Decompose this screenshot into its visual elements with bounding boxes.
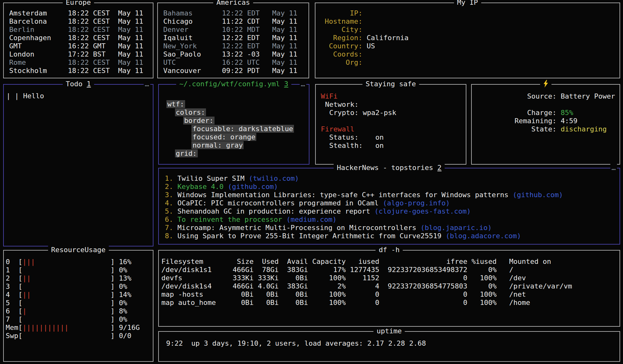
- ip-value: US: [367, 42, 375, 50]
- df-table: Filesystem Size Used Avail Capacity iuse…: [159, 251, 620, 307]
- clock-row: Chicago 11:22 CDT May 11: [163, 17, 308, 26]
- cpu-gauge-row: 5 []0%: [6, 299, 153, 307]
- clock-row: Vancouver 09:22 PDT May 11: [163, 67, 308, 75]
- panel-battery: Source:Battery Power Charge:85% Remainin…: [471, 84, 620, 165]
- config-code: focusable: darkslateblue: [191, 125, 294, 133]
- ip-info-row: City:: [321, 26, 620, 34]
- gauge-label: Swp: [6, 332, 18, 340]
- battery-source-label: Source:: [477, 92, 557, 100]
- hn-story[interactable]: 8.Using Spark to Prove 255-Bit Integer A…: [165, 232, 620, 240]
- config-line: wtf:: [166, 100, 309, 108]
- battery-charge-value: 85%: [561, 109, 573, 117]
- gauge-label: 5: [6, 299, 18, 307]
- ip-label: Country:: [321, 42, 362, 50]
- cpu-gauge-row: 3 []0%: [6, 282, 153, 291]
- battery-charge-row: Charge:85%: [477, 109, 620, 117]
- gauge-bracket: [: [18, 291, 22, 299]
- ip-info-row: Country:US: [321, 42, 620, 50]
- ip-label: Coords:: [321, 50, 362, 58]
- gauge-bars: ||: [22, 274, 110, 282]
- battery-state-label: State:: [477, 125, 557, 133]
- clock-row: London 17:22 BST May 11: [9, 50, 153, 58]
- gauge-bracket: ]: [110, 274, 115, 282]
- config-file-view: wtf: colors: border: focusable: darkslat…: [159, 85, 309, 158]
- todo-list: | | Hello: [4, 85, 153, 100]
- hn-story[interactable]: 6.To reinvent the processor(medium.com): [165, 215, 620, 224]
- gauge-bracket: [: [18, 299, 22, 307]
- hn-story[interactable]: 4.OCaPIC: PIC microcontrollers programme…: [165, 199, 620, 207]
- config-indent: [166, 133, 191, 141]
- config-code: wtf:: [166, 100, 185, 108]
- cpu-gauge-row: 0 [|||]16%: [6, 258, 153, 266]
- gauge-label: 1: [6, 266, 18, 274]
- df-row: /dev/disk1s4 466Gi 4.0Gi 383Gi 2% 4 9223…: [161, 282, 620, 290]
- ip-label: Hostname:: [321, 17, 362, 26]
- ip-info-list: IP: Hostname: City: Region:California Co…: [315, 3, 620, 67]
- gauge-value: 8%: [119, 307, 128, 315]
- panel-my-ip: My IP IP: Hostname: City: Region:Califor…: [315, 3, 620, 78]
- hn-story-title: OCaPIC: PIC microcontrollers programmed …: [178, 199, 379, 207]
- hn-story-domain: (github.com): [228, 183, 278, 191]
- hn-story-number: 8.: [165, 232, 173, 240]
- config-indent: [166, 149, 175, 157]
- gauge-bracket: ]: [110, 282, 115, 290]
- gauge-value: 0%: [119, 282, 128, 290]
- battery-remaining-label: Remaining:: [477, 117, 557, 125]
- gauge-bracket: [: [18, 315, 22, 323]
- panel-todo[interactable]: Todo1 … | | Hello: [3, 84, 153, 246]
- hn-story-title: Keybase 4.0: [178, 183, 224, 191]
- todo-item[interactable]: | | Hello: [6, 92, 153, 100]
- gauge-bracket: [: [18, 282, 22, 290]
- gauge-label: 7: [6, 315, 18, 324]
- memory-gauge-row: Mem[|||||||||||]9/16G: [6, 324, 153, 332]
- hn-story-number: 5.: [165, 207, 173, 215]
- battery-remaining-row: Remaining:4:59: [477, 117, 620, 125]
- ip-label: IP:: [321, 9, 362, 17]
- security-status: WiFi Network: Crypto: wpa2-psk Firewall …: [316, 85, 466, 150]
- hn-story[interactable]: 2.Keybase 4.0(github.com): [165, 183, 620, 191]
- panel-staying-safe: Staying safe WiFi Network: Crypto: wpa2-…: [315, 84, 466, 165]
- config-code: normal: gray: [191, 141, 244, 149]
- gauge-bars: |||: [22, 258, 110, 266]
- hn-story[interactable]: 5.Shenandoah GC in production: experienc…: [165, 207, 620, 215]
- ip-value: California: [367, 34, 408, 42]
- gauge-bracket: ]: [110, 324, 115, 331]
- firewall-header: Firewall: [321, 125, 466, 133]
- hn-story[interactable]: 3.Windows Implementation Libraries: type…: [165, 191, 620, 199]
- config-indent: [166, 108, 175, 116]
- gauge-bracket: ]: [110, 299, 115, 307]
- battery-source-value: Battery Power: [561, 92, 615, 100]
- wifi-header: WiFi: [321, 92, 466, 100]
- gauge-value: 0%: [119, 299, 128, 307]
- gauge-bracket: ]: [110, 332, 115, 340]
- panel-uptime: uptime 9:22 up 3 days, 19:10, 2 users, l…: [158, 331, 620, 362]
- hn-story-domain: (medium.com): [286, 215, 337, 223]
- gauge-value: 13%: [119, 274, 132, 282]
- ip-info-row: Coords:: [321, 50, 620, 58]
- gauge-bracket: [: [18, 307, 22, 315]
- cpu-gauge-row: 2 [||]13%: [6, 274, 153, 282]
- firewall-status-row: Status: on: [321, 133, 466, 142]
- df-row: devfs 333Ki 333Ki 0Bi 100% 1152 0 100% /…: [161, 274, 620, 282]
- hn-story[interactable]: 7.Microamp: Asymmetric Multi-Processing …: [165, 224, 620, 232]
- ip-label: Region:: [321, 34, 362, 42]
- panel-config-file[interactable]: ~/.config/wtf/config.yml3 … wtf: colors:…: [158, 84, 309, 165]
- clock-row: UTC 16:22 UTC May 11: [163, 58, 308, 67]
- config-code: border:: [183, 117, 215, 124]
- clock-row: Amsterdam 18:22 CEST May 11: [9, 9, 153, 17]
- hn-story-number: 6.: [165, 215, 173, 223]
- panel-europe-clocks: Europe Amsterdam 18:22 CEST May 11 Barce…: [3, 3, 153, 78]
- uptime-output: 9:22 up 3 days, 19:10, 2 users, load ave…: [159, 332, 620, 348]
- hn-story-domain: (blog.adacore.com): [445, 232, 521, 240]
- blank-line: [477, 100, 620, 109]
- config-indent: [166, 141, 191, 149]
- panel-hackernews[interactable]: HackerNews - topstories2 … 1.Twilio Supe…: [158, 168, 620, 245]
- gauge-bracket: [: [18, 258, 22, 266]
- hn-story-domain: (blog.japaric.io): [421, 224, 492, 232]
- hn-story[interactable]: 1.Twilio Super SIM(twilio.com): [165, 174, 620, 183]
- gauge-label: 3: [6, 282, 18, 291]
- clock-list-americas: Bahamas 12:22 EDT May 11 Chicago 11:22 C…: [158, 3, 308, 75]
- ip-info-row: Region:California: [321, 34, 620, 42]
- battery-state-row: State:discharging: [477, 125, 620, 133]
- gauge-bracket: ]: [110, 307, 115, 315]
